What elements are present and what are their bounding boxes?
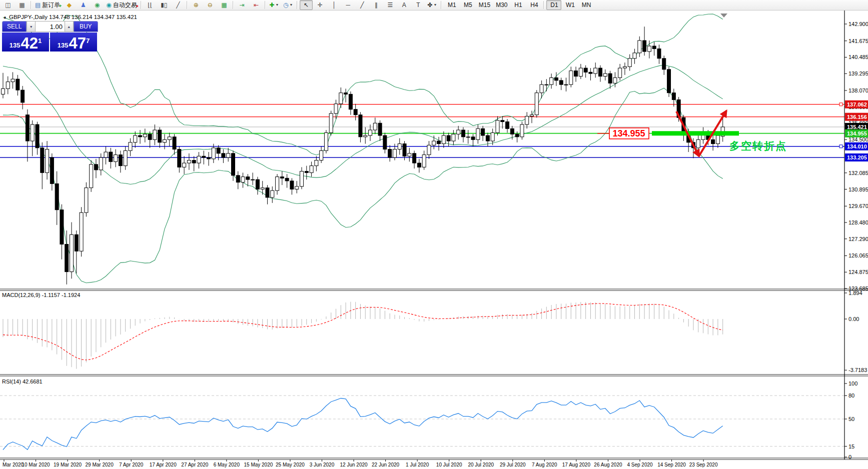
tf-m15-button[interactable]: M15: [476, 0, 492, 10]
rsi-pane[interactable]: [0, 396, 844, 450]
date-label: 22 Jun 2020: [372, 462, 399, 468]
candle: [300, 167, 304, 189]
toolbar-arrows-tool-icon[interactable]: ✤▼: [426, 0, 439, 10]
volume-decrease-button[interactable]: ▼: [27, 21, 36, 32]
toolbar-data-window-icon[interactable]: ▦: [16, 0, 29, 10]
candle: [603, 70, 607, 80]
toolbar-line-chart-icon[interactable]: ╱: [172, 0, 185, 10]
candle: [398, 138, 401, 155]
new-chart-glyph: ✚: [269, 0, 274, 10]
toolbar-auto-trading-icon[interactable]: ◉●自动交易: [105, 0, 138, 10]
candle: [310, 162, 313, 176]
tf-d1-button[interactable]: D1: [546, 0, 561, 10]
toolbar-zoom-out-icon[interactable]: ⊖: [204, 0, 217, 10]
date-label: 23 Sep 2020: [689, 462, 718, 468]
tf-w1-button[interactable]: W1: [562, 0, 577, 10]
signals-glyph: ◉: [95, 0, 100, 10]
volume-input[interactable]: [36, 21, 65, 32]
rsi-axis-tick: 50: [848, 416, 854, 422]
price-axis-tick: 132.085: [848, 170, 868, 176]
new-chart-dropdown-icon[interactable]: ▼: [275, 0, 279, 10]
symbol-collapse-icon[interactable]: ▲: [3, 15, 7, 20]
candle: [520, 122, 524, 140]
toolbar-horizontal-line-tool-icon[interactable]: ─: [342, 0, 355, 10]
candle: [320, 146, 323, 163]
toolbar-auto-scroll-icon[interactable]: ⇥: [236, 0, 249, 10]
toolbar-vertical-line-tool-icon[interactable]: │: [328, 0, 341, 10]
candle: [276, 174, 279, 194]
candle: [26, 110, 29, 162]
candle: [354, 104, 357, 120]
toolbar-new-order-icon[interactable]: ▤+新订单: [34, 0, 62, 10]
tf-h4-button[interactable]: H4: [526, 0, 541, 10]
line-handle[interactable]: [839, 103, 842, 106]
toolbar-history-center-icon[interactable]: ◆: [63, 0, 76, 10]
candle: [36, 122, 39, 154]
candle: [236, 172, 240, 190]
candle: [139, 130, 142, 144]
tf-mn-button[interactable]: MN: [578, 0, 593, 10]
candle: [85, 182, 88, 217]
macd-pane[interactable]: [3, 302, 723, 369]
candle: [667, 66, 671, 97]
toolbar-cursor-icon[interactable]: ↖: [300, 0, 313, 10]
toolbar-candlestick-chart-icon[interactable]: ▮▯: [158, 0, 171, 10]
candle: [261, 181, 264, 195]
toolbar-separator: [543, 1, 544, 9]
chart-shift-marker[interactable]: [720, 14, 727, 18]
support-zone-bar[interactable]: [652, 131, 739, 136]
line-handle[interactable]: [839, 145, 842, 148]
candle: [447, 132, 450, 146]
toolbar-web-request-icon[interactable]: ♟: [77, 0, 90, 10]
chart-window[interactable]: 134.955多空转折点▲GBPJPY-,Daily 134.748 136.2…: [0, 10, 868, 469]
date-label: 20 Jul 2020: [468, 462, 494, 468]
date-label: 7 Apr 2020: [119, 462, 144, 468]
candle: [461, 127, 465, 142]
profiles-dropdown-icon[interactable]: ▼: [290, 0, 293, 10]
toolbar-fibonacci-tool-icon[interactable]: ☰: [384, 0, 397, 10]
toolbar-chart-shift-icon[interactable]: ⇤: [250, 0, 263, 10]
tf-m30-button[interactable]: M30: [493, 0, 509, 10]
candle: [16, 75, 20, 96]
date-label: 1 Jul 2020: [406, 462, 429, 468]
toolbar-tile-windows-icon[interactable]: ▦: [218, 0, 231, 10]
candle: [163, 134, 166, 149]
price-label-text: 134.955: [612, 128, 645, 138]
toolbar-text-label-tool-icon[interactable]: T: [412, 0, 425, 10]
toolbar-trend-line-tool-icon[interactable]: ╱: [356, 0, 369, 10]
sell-button[interactable]: SELL: [2, 21, 27, 32]
toolbar-market-watch-icon[interactable]: ◫: [2, 0, 15, 10]
turning-point-note[interactable]: 多空转折点: [729, 140, 787, 152]
toolbar-profiles-icon[interactable]: ◷▼: [282, 0, 295, 10]
toolbar-signals-icon[interactable]: ◉: [91, 0, 104, 10]
toolbar-zoom-in-icon[interactable]: ⊕: [190, 0, 203, 10]
sell-quote[interactable]: 135 42 1: [2, 32, 49, 52]
toolbar-crosshair-icon[interactable]: ✛: [314, 0, 327, 10]
candle: [178, 146, 181, 172]
toolbar-separator: [31, 1, 32, 9]
toolbar-new-chart-icon[interactable]: ✚▼: [268, 0, 281, 10]
buy-button[interactable]: BUY: [74, 21, 98, 32]
price-axis-tick: 138.070: [848, 88, 868, 94]
tf-w1-label: W1: [566, 0, 575, 10]
toolbar-channel-tool-icon[interactable]: ∥: [370, 0, 383, 10]
candle: [21, 86, 25, 110]
tf-m5-button[interactable]: M5: [460, 0, 475, 10]
volume-increase-button[interactable]: ▲: [65, 21, 74, 32]
arrows-tool-dropdown-icon[interactable]: ▼: [433, 0, 437, 10]
tf-m1-button[interactable]: M1: [444, 0, 459, 10]
tf-h1-button[interactable]: H1: [510, 0, 525, 10]
candlestick-chart-glyph: ▮▯: [161, 0, 167, 10]
toolbar-text-tool-icon[interactable]: A: [398, 0, 411, 10]
market-watch-glyph: ◫: [5, 0, 11, 10]
main-pane[interactable]: 134.955多空转折点: [0, 14, 844, 284]
price-axis-tick: 127.290: [848, 236, 868, 242]
rsi-indicator-label: RSI(14) 42.6681: [2, 378, 43, 384]
candle: [623, 62, 626, 75]
macd-axis-tick: 1.894: [848, 290, 862, 296]
chart-canvas[interactable]: 134.955多空转折点▲GBPJPY-,Daily 134.748 136.2…: [0, 10, 868, 469]
buy-quote[interactable]: 135 47 7: [50, 32, 97, 52]
toolbar-bar-chart-icon[interactable]: ⌊⌊: [144, 0, 157, 10]
new-order-label: 新订单: [42, 0, 60, 10]
chart-title-ohlc: GBPJPY-,Daily 134.748 136.214 134.347 13…: [9, 14, 137, 20]
